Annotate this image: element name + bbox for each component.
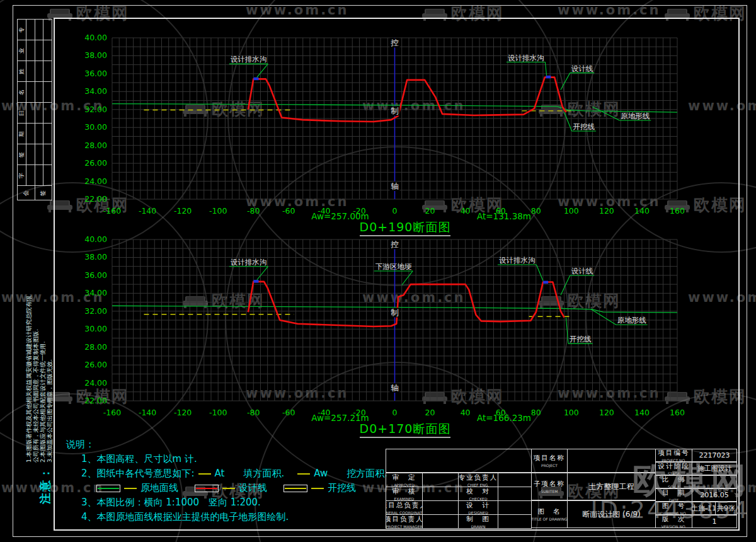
note-line-4: 4、本图原地面线根据业主提供的电子地形图绘制. <box>81 510 397 524</box>
sign-cell: 专 <box>17 19 26 40</box>
x-tick-label: -160 <box>103 206 121 216</box>
note-legend-row: 原地面线设计线开挖线 <box>96 481 397 495</box>
annotation-设计线: 设计线 <box>571 64 593 73</box>
tb-right-value: 2217023 <box>692 449 737 462</box>
tb-right-value: 施工图设计 <box>692 462 737 475</box>
sign-cell-char: 字 <box>18 173 26 178</box>
tb-right-value-text: 1 <box>713 517 717 526</box>
label-en: PROJECT <box>541 463 558 468</box>
tb-sign-left <box>422 500 459 515</box>
note-line-2: 2、图纸中各代号意思如下:At 填方面积. Aw 挖方面积. <box>81 466 397 481</box>
y-tick-label: 36.00 <box>84 69 107 78</box>
sign-cell <box>43 61 52 82</box>
notes-heading: 说明： <box>66 437 397 452</box>
copyright-notice-rotated: 注意： 1.本图版著作权及其他相关权益属安徽省城建设计研究总院有限公司所有，未经… <box>18 290 53 504</box>
x-tick-label: -80 <box>247 206 260 216</box>
notice-title: 注意： <box>38 466 53 504</box>
legend-label: 原地面线 <box>140 482 178 493</box>
label-zh: 项目负责人 <box>386 515 423 524</box>
x-tick-label: 20 <box>425 206 435 216</box>
sign-cell: 业 <box>17 40 26 61</box>
y-tick-label: 24.00 <box>84 176 107 186</box>
y-tick-label: 40.00 <box>84 234 107 244</box>
tb-name-value: 断面设计图 (6/9) <box>567 500 656 528</box>
x-tick-label: -140 <box>139 206 156 216</box>
tb-name-value-text: 土方整理工程 <box>589 481 634 492</box>
legend-item-开挖线: 开挖线 <box>284 482 356 493</box>
y-tick-label: 32.00 <box>84 105 107 114</box>
tb-role-left: 审 核EXAMINED <box>386 487 423 501</box>
x-tick-label: 20 <box>425 408 435 417</box>
sign-cell <box>43 144 52 165</box>
symbol-name: At <box>215 468 234 479</box>
section-title: D0+190断面图 <box>360 220 451 234</box>
tb-name-label: 图 名TITLE OF DRAWING <box>531 500 568 528</box>
tb-role-right: 专业负责人CHIEF ENG. <box>458 473 498 487</box>
legend-item-设计线: 设计线 <box>195 482 267 493</box>
legend-swatch-line <box>196 488 217 489</box>
legend-dash <box>222 488 235 489</box>
y-tick-label: 22.00 <box>84 194 107 204</box>
y-tick-label: 30.00 <box>84 324 107 333</box>
symbol-dash <box>297 473 310 475</box>
drain-marker <box>546 76 551 79</box>
note-line-1: 1、本图高程、尺寸以m 计. <box>81 452 397 466</box>
sign-footer-cell: 签 <box>35 185 53 200</box>
notes-block: 说明： 1、本图高程、尺寸以m 计.2、图纸中各代号意思如下:At 填方面积. … <box>66 437 397 524</box>
x-tick-label: 0 <box>392 408 398 417</box>
y-tick-label: 36.00 <box>84 270 107 280</box>
legend-swatch <box>96 485 120 492</box>
tb-role-right: 设 计DESIGNED <box>458 500 498 515</box>
axis-char: 轴 <box>391 383 399 393</box>
label-zh: 审 核 <box>392 487 416 496</box>
tb-right-value-text: 施工图设计 <box>697 464 732 473</box>
tb-role-left: 项目负责人PROJECT MANAGER <box>386 514 423 529</box>
label-zh: 图 号 <box>662 502 686 510</box>
sign-cell: 日 <box>17 102 26 124</box>
x-tick-label: -160 <box>103 408 121 417</box>
annotation-原地形线: 原地形线 <box>617 316 647 325</box>
notice-lines: 1.本图版著作权及其他相关权益属安徽省城建设计研究总院有限公司所有，未经本公司书… <box>25 292 53 463</box>
sign-cell <box>26 144 35 165</box>
sign-cell <box>35 61 44 82</box>
legend-dash <box>124 488 137 489</box>
sign-cell <box>26 102 35 124</box>
y-tick-label: 22.00 <box>84 396 107 405</box>
y-tick-label: 34.00 <box>84 288 107 297</box>
annotation-下游区地埂: 下游区地埂 <box>375 262 412 271</box>
tb-right-value-text: 土施-11 <box>692 504 716 513</box>
label-en: SUBITEM <box>541 489 558 493</box>
label-zh: 审 定 <box>392 473 416 482</box>
legend-dash <box>311 488 324 489</box>
x-tick-label: 140 <box>634 206 650 216</box>
y-tick-label: 32.00 <box>84 306 107 316</box>
note-line-2-prefix: 2、图纸中各代号意思如下: <box>81 468 195 479</box>
sign-cell <box>43 19 52 40</box>
y-tick-label: 38.00 <box>84 50 107 60</box>
x-tick-label: 80 <box>531 408 541 417</box>
label-en: VERSION NO. <box>662 524 687 529</box>
sign-cell <box>35 19 44 40</box>
annotation-设计排水沟: 设计排水沟 <box>231 258 267 267</box>
axis-char: 制 <box>391 106 399 115</box>
label-en: TITLE OF DRAWING <box>531 517 567 521</box>
tb-role-left: 项目总负责人GENERAL COORDINATOR <box>386 500 423 515</box>
tb-right-label: 版 次VERSION NO. <box>655 515 692 528</box>
x-tick-label: 120 <box>599 206 614 216</box>
label-zh: 日 期 <box>662 488 686 497</box>
x-tick-label: 0 <box>392 206 398 216</box>
y-tick-label: 28.00 <box>84 141 107 150</box>
x-tick-label: 40 <box>461 206 471 216</box>
tb-sign-right <box>498 514 532 529</box>
section-title: D0+170断面图 <box>360 422 451 435</box>
axis-char: 制 <box>391 308 399 317</box>
tb-sign-right <box>498 500 532 515</box>
label-en: PROJECT MANAGER <box>386 524 422 529</box>
annotation-原地形线: 原地形线 <box>621 112 650 120</box>
sign-cell <box>43 123 52 144</box>
notes-body: 1、本图高程、尺寸以m 计.2、图纸中各代号意思如下:At 填方面积. Aw 挖… <box>66 452 397 524</box>
tb-sign-left <box>422 473 459 487</box>
label-zh: 图 名 <box>537 507 561 516</box>
sign-cell: 名 <box>17 81 26 103</box>
tb-right-value-text: 2016.05 <box>700 491 729 499</box>
